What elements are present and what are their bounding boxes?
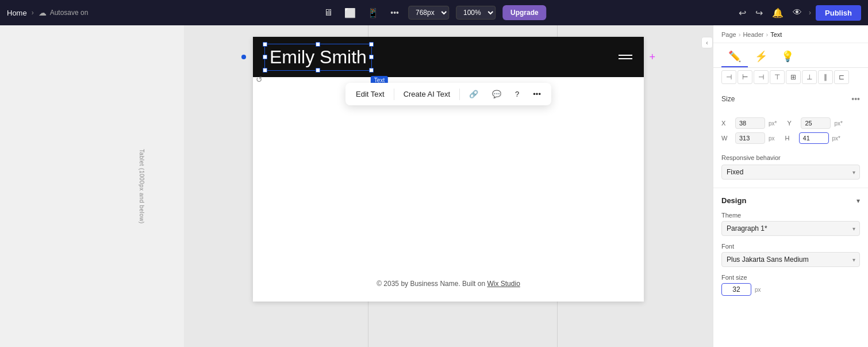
y-unit: px* xyxy=(834,120,842,127)
align-bottom-btn[interactable]: ⊥ xyxy=(802,70,817,84)
tab-settings[interactable]: 💡 xyxy=(774,45,801,67)
align-row: ⊣ ⊢ ⊣ ⊤ ⊞ ⊥ ∥ ⊏ xyxy=(713,68,868,89)
comment-btn[interactable]: 💬 xyxy=(486,86,507,102)
align-center-v-btn[interactable]: ⊞ xyxy=(786,70,801,84)
hamburger-menu[interactable] xyxy=(619,55,632,59)
breadcrumb: Page › Header › Text xyxy=(713,25,868,43)
link-btn[interactable]: 🔗 xyxy=(463,86,484,102)
panel-collapse-btn[interactable]: ‹ xyxy=(701,37,713,48)
breadcrumb-page[interactable]: Page xyxy=(721,31,736,38)
x-input[interactable] xyxy=(735,117,765,129)
help-btn[interactable]: ? xyxy=(509,86,525,102)
tablet-label: Tablet (1000px and below) xyxy=(139,149,145,224)
footer-link[interactable]: Wix Studio xyxy=(487,280,520,288)
design-section-header[interactable]: Design ▾ xyxy=(713,192,868,209)
preview-button[interactable]: 👁 xyxy=(790,5,804,20)
ctx-separator-2 xyxy=(459,89,460,100)
breadcrumb-current: Text xyxy=(770,31,782,38)
font-section: Font Plus Jakarta Sans Medium xyxy=(713,241,868,272)
responsive-select-wrap: Fixed xyxy=(721,165,860,180)
h-input[interactable] xyxy=(799,132,829,144)
footer-copyright: © 2035 by Business Name. Built on xyxy=(377,280,487,288)
design-title: Design xyxy=(721,196,746,205)
size-title: Size xyxy=(721,95,735,103)
more-btn[interactable]: ••• xyxy=(527,86,547,102)
theme-select-wrap: Paragraph 1* xyxy=(721,221,860,236)
more-devices-btn[interactable]: ••• xyxy=(388,6,401,20)
home-link[interactable]: Home xyxy=(7,9,27,17)
hamburger-line xyxy=(619,58,632,59)
fontsize-unit: px xyxy=(755,287,761,293)
handle-tr[interactable] xyxy=(369,42,374,47)
distribute-v-btn[interactable]: ⊏ xyxy=(834,70,849,84)
selected-text-element[interactable]: ↺ Emily Smith xyxy=(264,44,372,71)
rotate-handle[interactable]: ↺ xyxy=(256,75,265,84)
redo-button[interactable]: ↪ xyxy=(753,5,765,21)
add-element-btn[interactable]: + xyxy=(649,51,655,63)
notifications-button[interactable]: 🔔 xyxy=(770,5,786,21)
handle-tl[interactable] xyxy=(263,42,267,47)
font-select[interactable]: Plus Jakarta Sans Medium xyxy=(721,252,860,267)
topbar-right: ↩ ↪ 🔔 👁 › Publish xyxy=(736,5,861,21)
ctx-separator xyxy=(394,89,394,100)
handle-ml[interactable] xyxy=(263,55,267,59)
undo-button[interactable]: ↩ xyxy=(736,5,748,21)
handle-tm[interactable] xyxy=(316,42,320,47)
canvas-text[interactable]: Emily Smith xyxy=(270,47,367,67)
device-desktop-btn[interactable]: 🖥 xyxy=(321,5,335,20)
x-field-row: X px* Y px* xyxy=(721,117,860,129)
canvas-area: ↺ Emily Smith + Edit Text Create AI Text… xyxy=(184,25,713,347)
theme-select[interactable]: Paragraph 1* xyxy=(721,221,860,236)
size-selector[interactable]: 768px xyxy=(408,6,449,20)
y-label: Y xyxy=(787,120,797,127)
top-bar: Home › ☁ Autosave on 🖥 ⬜ 📱 ••• 768px 100… xyxy=(0,0,868,25)
zoom-selector[interactable]: 100% xyxy=(456,6,496,20)
create-ai-text-btn[interactable]: Create AI Text xyxy=(398,86,456,102)
autosave-indicator: ☁ Autosave on xyxy=(39,8,89,17)
publish-button[interactable]: Publish xyxy=(816,5,861,21)
breadcrumb-sep2: › xyxy=(766,31,768,38)
device-tablet-btn[interactable]: ⬜ xyxy=(342,5,358,21)
font-label: Font xyxy=(721,243,860,250)
right-panel: Page › Header › Text ✏️ ⚡ 💡 ⊣ ⊢ ⊣ ⊤ ⊞ ⊥ … xyxy=(713,25,868,347)
align-right-btn[interactable]: ⊣ xyxy=(754,70,769,84)
breadcrumb-sep1: › xyxy=(739,31,741,38)
xy-fields: X px* Y px* W px H px* xyxy=(713,114,868,151)
divider-1 xyxy=(713,188,868,188)
selection-anchor xyxy=(241,55,246,59)
handle-bl[interactable] xyxy=(263,68,267,73)
font-select-wrap: Plus Jakarta Sans Medium xyxy=(721,252,860,267)
canvas-frame: ↺ Emily Smith + Edit Text Create AI Text… xyxy=(253,37,644,302)
h-unit: px* xyxy=(832,135,840,142)
tab-design[interactable]: ✏️ xyxy=(721,45,748,67)
handle-br[interactable] xyxy=(369,68,374,73)
canvas-header: ↺ Emily Smith + xyxy=(253,37,644,77)
handle-bm[interactable] xyxy=(316,68,320,73)
responsive-select[interactable]: Fixed xyxy=(721,165,860,180)
device-mobile-btn[interactable]: 📱 xyxy=(365,5,381,21)
tab-interact[interactable]: ⚡ xyxy=(748,45,774,67)
edit-text-btn[interactable]: Edit Text xyxy=(350,86,390,102)
breadcrumb-header[interactable]: Header xyxy=(743,31,763,38)
canvas-body: © 2035 by Business Name. Built on Wix St… xyxy=(253,77,644,302)
preview-chevron: › xyxy=(809,9,811,17)
y-input[interactable] xyxy=(801,117,831,129)
align-left-btn[interactable]: ⊣ xyxy=(721,70,736,84)
size-more-btn[interactable]: ••• xyxy=(851,94,860,104)
fontsize-section: Font size px xyxy=(713,272,868,300)
theme-section: Theme Paragraph 1* xyxy=(713,209,868,241)
x-unit: px* xyxy=(769,120,777,127)
left-panel: Tablet (1000px and below) xyxy=(0,25,184,347)
fontsize-input[interactable] xyxy=(721,283,751,296)
h-label: H xyxy=(785,135,796,142)
context-menu: Edit Text Create AI Text 🔗 💬 ? ••• xyxy=(345,83,551,105)
w-input[interactable] xyxy=(735,132,765,144)
handle-mr[interactable] xyxy=(369,55,374,59)
distribute-h-btn[interactable]: ∥ xyxy=(818,70,833,84)
upgrade-button[interactable]: Upgrade xyxy=(502,5,547,20)
fontsize-row: px xyxy=(721,283,860,296)
size-section: Size ••• xyxy=(713,89,868,114)
align-center-h-btn[interactable]: ⊢ xyxy=(738,70,752,84)
align-top-btn[interactable]: ⊤ xyxy=(770,70,785,84)
theme-label: Theme xyxy=(721,212,860,219)
